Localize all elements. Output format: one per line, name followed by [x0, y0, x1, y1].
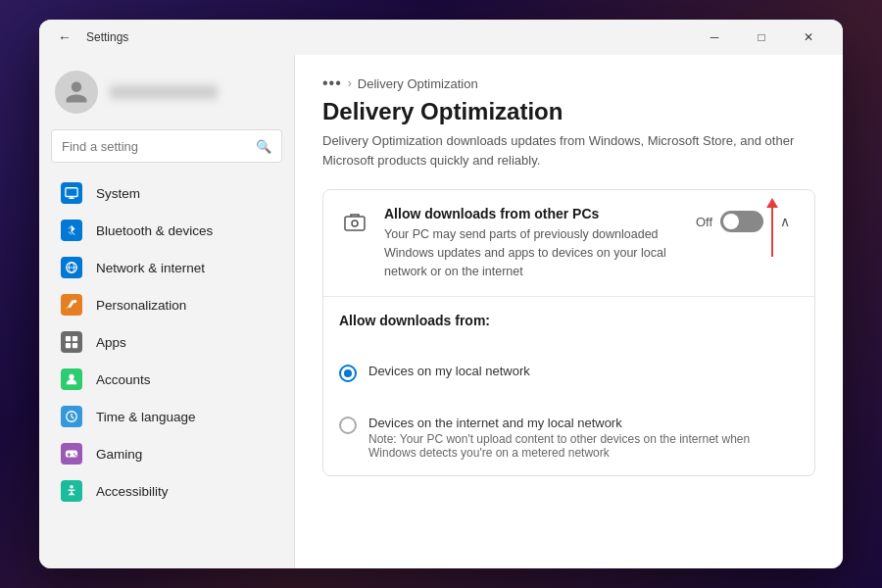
settings-card: Allow downloads from other PCs Your PC m…: [322, 189, 815, 476]
sidebar-item-accounts[interactable]: Accounts: [45, 361, 288, 398]
svg-rect-8: [73, 343, 77, 348]
radio-option-internet[interactable]: Devices on the internet and my local net…: [323, 406, 814, 475]
apps-icon: [61, 331, 82, 353]
main-panel: ••• › Delivery Optimization Delivery Opt…: [294, 55, 843, 568]
svg-rect-0: [66, 188, 77, 197]
sidebar-item-bluetooth[interactable]: Bluetooth & devices: [45, 212, 288, 249]
downloads-icon: [339, 208, 370, 239]
sidebar-item-time[interactable]: Time & language: [45, 398, 288, 435]
sidebar: 🔍 System Bluetooth & devices Network: [39, 55, 294, 568]
toggle-knob: [723, 214, 739, 229]
expand-button[interactable]: ∧: [771, 208, 799, 235]
svg-rect-5: [66, 336, 71, 341]
current-page-breadcrumb: Delivery Optimization: [358, 76, 478, 91]
bluetooth-label: Bluetooth & devices: [96, 223, 213, 238]
avatar: [55, 71, 98, 114]
sidebar-item-gaming[interactable]: Gaming: [45, 435, 288, 472]
window-controls: ─ □ ✕: [692, 22, 831, 53]
allow-downloads-controls: Off ∧: [696, 208, 799, 235]
breadcrumb-arrow: ›: [348, 76, 352, 90]
search-input[interactable]: [62, 139, 248, 154]
network-label: Network & internet: [96, 261, 205, 275]
user-section: [39, 63, 294, 129]
svg-rect-15: [345, 217, 365, 230]
close-button[interactable]: ✕: [786, 22, 831, 53]
svg-point-12: [74, 453, 75, 455]
svg-point-13: [75, 455, 77, 457]
time-label: Time & language: [96, 410, 196, 424]
network-icon: [61, 257, 82, 278]
svg-point-16: [352, 220, 358, 226]
gaming-icon: [61, 443, 82, 465]
arrow-annotation: [771, 208, 773, 257]
back-button[interactable]: ←: [51, 24, 78, 51]
allow-downloads-title: Allow downloads from other PCs: [384, 206, 682, 221]
accounts-icon: [61, 368, 82, 390]
breadcrumb-dots: •••: [322, 74, 342, 92]
sidebar-item-apps[interactable]: Apps: [45, 323, 288, 361]
page-title: Delivery Optimization: [322, 98, 815, 125]
apps-label: Apps: [96, 335, 126, 350]
radio-internet-note: Note: Your PC won't upload content to ot…: [368, 432, 799, 460]
allow-downloads-desc: Your PC may send parts of previously dow…: [384, 225, 682, 280]
sidebar-item-network[interactable]: Network & internet: [45, 249, 288, 286]
sidebar-item-accessibility[interactable]: Accessibility: [45, 472, 288, 510]
maximize-button[interactable]: □: [739, 22, 784, 53]
search-icon: 🔍: [256, 139, 271, 154]
accessibility-icon: [61, 480, 82, 502]
page-description: Delivery Optimization downloads updates …: [322, 131, 815, 170]
allow-downloads-body: Allow downloads from other PCs Your PC m…: [384, 206, 682, 280]
accessibility-label: Accessibility: [96, 484, 169, 499]
svg-point-14: [70, 485, 74, 489]
main-content: 🔍 System Bluetooth & devices Network: [39, 55, 843, 568]
svg-rect-7: [66, 343, 71, 348]
time-icon: [61, 406, 82, 427]
allow-downloads-row: Allow downloads from other PCs Your PC m…: [323, 190, 814, 296]
sidebar-item-personalization[interactable]: Personalization: [45, 286, 288, 323]
radio-internet-label: Devices on the internet and my local net…: [368, 416, 799, 430]
toggle-label: Off: [696, 215, 712, 229]
radio-local-circle: [339, 365, 357, 382]
system-icon: [61, 182, 82, 204]
radio-option-local[interactable]: Devices on my local network: [323, 354, 546, 392]
accounts-label: Accounts: [96, 372, 151, 387]
downloads-source-title: Allow downloads from:: [323, 297, 506, 340]
breadcrumb: ••• › Delivery Optimization: [322, 74, 815, 92]
svg-point-4: [74, 300, 77, 304]
minimize-button[interactable]: ─: [692, 22, 737, 53]
titlebar: ← Settings ─ □ ✕: [39, 20, 843, 55]
svg-rect-6: [73, 336, 77, 341]
sidebar-item-system[interactable]: System: [45, 174, 288, 212]
system-label: System: [96, 186, 140, 201]
username-blurred: [110, 85, 218, 99]
search-box[interactable]: 🔍: [51, 129, 282, 163]
bluetooth-icon: [61, 220, 82, 241]
radio-local-label: Devices on my local network: [368, 364, 530, 378]
svg-point-9: [69, 374, 74, 379]
settings-window: ← Settings ─ □ ✕ �: [39, 20, 843, 568]
radio-internet-circle: [339, 416, 357, 434]
personalization-label: Personalization: [96, 298, 186, 313]
downloads-source-row: Allow downloads from: Devices on my loca…: [323, 296, 814, 475]
window-title: Settings: [86, 30, 128, 44]
gaming-label: Gaming: [96, 447, 142, 462]
personalization-icon: [61, 294, 82, 316]
allow-downloads-toggle[interactable]: [720, 211, 763, 232]
